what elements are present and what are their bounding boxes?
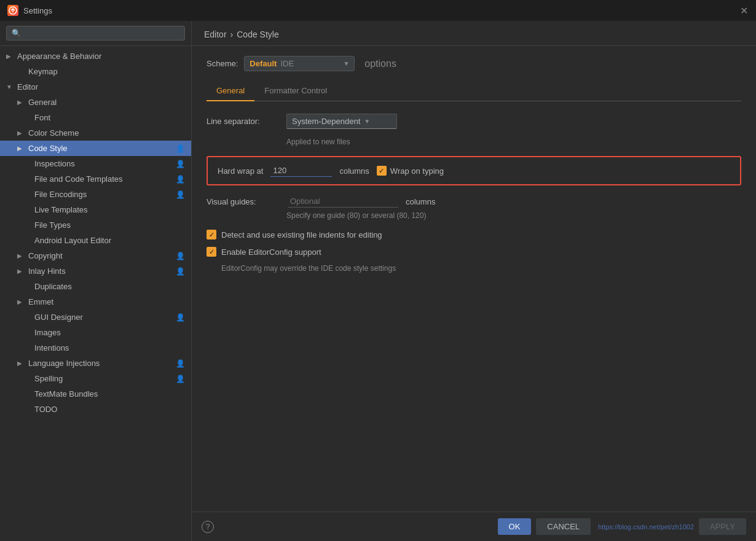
sidebar-item-androidlayouteditor[interactable]: Android Layout Editor — [0, 233, 191, 248]
person-icon: 👤 — [176, 160, 185, 168]
sidebar-item-emmet[interactable]: ▶ Emmet — [0, 294, 191, 309]
arrow-icon: ▶ — [6, 53, 15, 60]
scheme-label: Scheme: — [207, 59, 238, 68]
arrow-icon: ▶ — [17, 298, 26, 305]
sidebar-item-label: Duplicates — [34, 282, 72, 291]
tabs-bar: General Formatter Control — [207, 81, 741, 101]
sidebar-item-colorscheme[interactable]: ▶ Color Scheme — [0, 125, 191, 141]
nav-list: ▶ Appearance & Behavior Keymap ▼ Editor … — [0, 46, 191, 541]
wrap-on-typing-checkbox[interactable]: ✓ — [377, 166, 387, 176]
sidebar-item-spelling[interactable]: Spelling 👤 — [0, 371, 191, 386]
arrow-icon: ▶ — [17, 252, 26, 259]
breadcrumb-parent: Editor — [204, 29, 227, 39]
titlebar: Settings ✕ — [0, 0, 756, 21]
breadcrumb-current: Code Style — [237, 29, 278, 39]
sidebar-item-filetypes[interactable]: File Types — [0, 217, 191, 233]
hard-wrap-input[interactable] — [270, 165, 332, 177]
titlebar-title: Settings — [23, 6, 52, 15]
person-icon: 👤 — [176, 375, 185, 383]
applied-note: Applied to new files — [286, 138, 741, 146]
sidebar-item-images[interactable]: Images — [0, 325, 191, 340]
visual-columns-label: columns — [406, 197, 435, 206]
sidebar-item-general[interactable]: ▶ General — [0, 95, 191, 110]
sidebar-item-label: Font — [34, 113, 50, 122]
cancel-button[interactable]: CANCEL — [536, 518, 591, 535]
settings-content: Scheme: Default IDE ▼ options General Fo… — [192, 46, 756, 512]
sidebar-item-languageinjections[interactable]: ▶ Language Injections 👤 — [0, 356, 191, 371]
sidebar-item-copyright[interactable]: ▶ Copyright 👤 — [0, 248, 191, 263]
hard-wrap-label: Hard wrap at — [218, 166, 263, 176]
person-icon: 👤 — [176, 144, 185, 153]
sidebar-item-label: File Types — [34, 220, 71, 230]
detect-indents-checkbox[interactable]: ✓ — [207, 230, 216, 239]
sidebar-item-label: Images — [34, 328, 61, 337]
scheme-row: Scheme: Default IDE ▼ options — [207, 56, 741, 71]
visual-guides-row: Visual guides: columns — [207, 195, 741, 208]
person-icon: 👤 — [176, 175, 185, 184]
sidebar-item-label: Android Layout Editor — [34, 236, 111, 245]
breadcrumb-separator: › — [230, 29, 234, 39]
options-button[interactable]: options — [361, 57, 400, 71]
visual-guides-input[interactable] — [288, 195, 398, 208]
sidebar-item-label: Appearance & Behavior — [17, 52, 101, 61]
person-icon: 👤 — [176, 267, 185, 276]
tab-formattercontrol[interactable]: Formatter Control — [254, 81, 337, 101]
sidebar-item-textmatebundles[interactable]: TextMate Bundles — [0, 386, 191, 402]
sidebar-item-label: TODO — [34, 405, 57, 414]
line-separator-value: System-Dependent — [292, 117, 360, 126]
detect-indents-label: Detect and use existing file indents for… — [221, 230, 382, 239]
chevron-down-icon: ▼ — [364, 118, 370, 125]
sidebar-item-label: Keymap — [28, 67, 58, 76]
sidebar-item-label: Intentions — [34, 343, 69, 352]
editorconfig-checkbox[interactable]: ✓ — [207, 247, 216, 257]
sidebar-item-filecodetemplates[interactable]: File and Code Templates 👤 — [0, 171, 191, 187]
arrow-icon: ▶ — [17, 268, 26, 274]
sidebar-item-label: File Encodings — [34, 190, 87, 199]
scheme-name-gray: IDE — [280, 59, 294, 68]
sidebar-item-label: Emmet — [28, 297, 53, 306]
help-icon[interactable]: ? — [202, 521, 214, 533]
person-icon: 👤 — [176, 359, 185, 368]
search-input[interactable] — [6, 26, 185, 41]
breadcrumb: Editor › Code Style — [192, 21, 756, 46]
sidebar-item-keymap[interactable]: Keymap — [0, 64, 191, 79]
sidebar-item-livetemplates[interactable]: Live Templates — [0, 202, 191, 217]
titlebar-left: Settings — [7, 5, 52, 16]
sidebar-item-label: GUI Designer — [34, 313, 83, 322]
sidebar-item-label: Language Injections — [28, 359, 100, 368]
sidebar-item-codestyle[interactable]: ▶ Code Style 👤 — [0, 141, 191, 156]
sidebar-item-inlayhints[interactable]: ▶ Inlay Hints 👤 — [0, 263, 191, 279]
wrap-on-typing-checkbox-wrap: ✓ Wrap on typing — [377, 166, 444, 176]
close-button[interactable]: ✕ — [739, 6, 749, 15]
tab-general[interactable]: General — [207, 81, 254, 101]
cancel-label: CANCEL — [547, 522, 580, 531]
footer: ? OK CANCEL https://blog.csdn.net/pet/zh… — [192, 512, 756, 541]
arrow-icon: ▶ — [17, 145, 26, 152]
sidebar-item-label: Copyright — [28, 251, 63, 260]
sidebar-item-label: Color Scheme — [28, 128, 79, 138]
sidebar-item-inspections[interactable]: Inspections 👤 — [0, 156, 191, 171]
scheme-dropdown[interactable]: Default IDE ▼ — [244, 56, 355, 71]
sidebar-item-guidesigner[interactable]: GUI Designer 👤 — [0, 309, 191, 325]
sidebar-item-label: File and Code Templates — [34, 174, 123, 184]
settings-window: Settings ✕ ▶ Appearance & Behavior Keyma… — [0, 0, 756, 541]
sidebar-item-label: Inspections — [34, 159, 75, 168]
person-icon: 👤 — [176, 190, 185, 199]
footer-buttons: OK CANCEL https://blog.csdn.net/pet/zh10… — [498, 518, 746, 535]
person-icon: 👤 — [176, 252, 185, 260]
sidebar-item-intentions[interactable]: Intentions — [0, 340, 191, 356]
apply-button[interactable]: APPLY — [699, 518, 746, 535]
sidebar-item-editor[interactable]: ▼ Editor — [0, 79, 191, 95]
sidebar-item-fileencodings[interactable]: File Encodings 👤 — [0, 187, 191, 202]
sidebar-item-font[interactable]: Font — [0, 110, 191, 125]
line-separator-dropdown[interactable]: System-Dependent ▼ — [286, 114, 397, 129]
sidebar-item-label: Spelling — [34, 374, 63, 383]
sidebar-item-appearance[interactable]: ▶ Appearance & Behavior — [0, 49, 191, 64]
editorconfig-description: EditorConfig may override the IDE code s… — [221, 264, 741, 273]
help-circle-icon[interactable]: ? — [202, 521, 214, 533]
main-panel: Editor › Code Style Scheme: Default IDE … — [192, 21, 756, 541]
sidebar-item-duplicates[interactable]: Duplicates — [0, 279, 191, 294]
detect-indents-row: ✓ Detect and use existing file indents f… — [207, 230, 741, 239]
ok-button[interactable]: OK — [498, 518, 532, 535]
sidebar-item-todo[interactable]: TODO — [0, 402, 191, 417]
